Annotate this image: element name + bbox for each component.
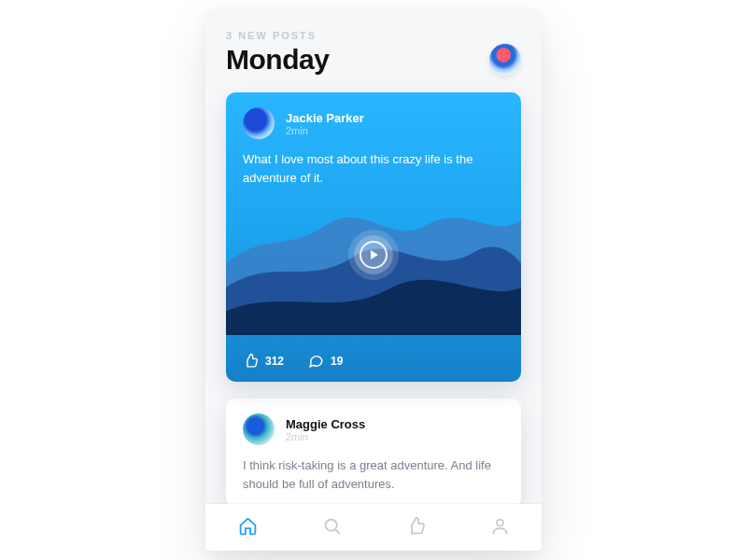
- day-title: Monday: [226, 44, 329, 76]
- play-icon: [359, 241, 388, 269]
- user-icon: [490, 516, 510, 536]
- like-button[interactable]: 312: [243, 353, 284, 369]
- tab-search[interactable]: [322, 516, 342, 539]
- thumbs-up-icon: [243, 353, 259, 369]
- home-icon: [238, 516, 258, 536]
- tab-home[interactable]: [238, 516, 258, 539]
- new-posts-label: 3 NEW POSTS: [226, 30, 521, 41]
- author-avatar[interactable]: [243, 107, 275, 139]
- author-name: Maggie Cross: [286, 417, 365, 431]
- svg-point-1: [497, 519, 503, 525]
- play-button[interactable]: [354, 235, 393, 274]
- tab-bar: [205, 504, 542, 551]
- tab-profile[interactable]: [490, 516, 510, 539]
- post-card[interactable]: Maggie Cross 2min I think risk-taking is…: [226, 399, 521, 504]
- author-name: Jackie Parker: [286, 111, 364, 125]
- comment-icon: [308, 353, 324, 369]
- app-frame: 3 NEW POSTS Monday Jackie Parker 2min Wh…: [205, 9, 542, 551]
- post-text: What I love most about this crazy life i…: [243, 150, 504, 187]
- post-time: 2min: [286, 125, 364, 136]
- post-header: Jackie Parker 2min: [243, 107, 504, 139]
- post-header: Maggie Cross 2min: [243, 413, 504, 445]
- feed-scroll[interactable]: 3 NEW POSTS Monday Jackie Parker 2min Wh…: [205, 9, 542, 504]
- author-avatar[interactable]: [243, 413, 275, 445]
- svg-point-0: [325, 519, 336, 530]
- comment-count: 19: [331, 355, 343, 368]
- thumbs-up-icon: [406, 516, 426, 536]
- tab-likes[interactable]: [406, 516, 426, 539]
- post-card[interactable]: Jackie Parker 2min What I love most abou…: [226, 92, 521, 382]
- post-text: I think risk-taking is a great adventure…: [243, 456, 504, 493]
- like-count: 312: [265, 355, 284, 368]
- post-time: 2min: [286, 431, 365, 442]
- header-row: Monday: [226, 44, 521, 76]
- user-avatar[interactable]: [489, 44, 521, 76]
- post-actions: 312 19: [226, 340, 521, 382]
- comment-button[interactable]: 19: [308, 353, 343, 369]
- search-icon: [322, 516, 342, 536]
